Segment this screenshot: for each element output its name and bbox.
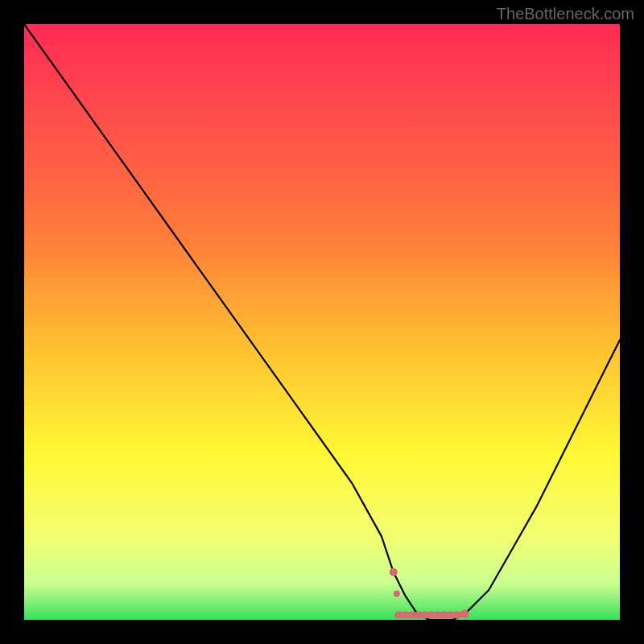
svg-point-2 [390, 568, 398, 576]
svg-point-3 [394, 590, 400, 597]
svg-rect-0 [24, 24, 620, 620]
bottleneck-chart [24, 24, 620, 620]
watermark-text: TheBottleneck.com [497, 5, 634, 23]
svg-point-5 [459, 611, 465, 617]
chart-svg [24, 24, 620, 620]
